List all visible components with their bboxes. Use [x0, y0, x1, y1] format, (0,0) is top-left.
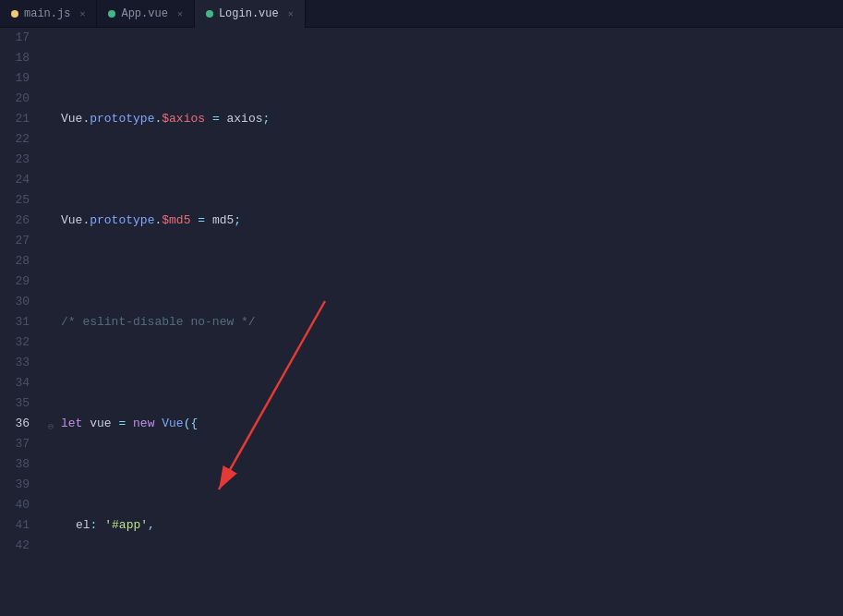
code-area: 17 18 19 20 21 22 23 24 25 26 27 28 29 3… [0, 28, 843, 616]
tab-main-js[interactable]: main.js ✕ [0, 0, 97, 28]
tab-dot-js [11, 10, 18, 18]
tab-label-login-vue: Login.vue [219, 7, 279, 20]
fold-icon-17[interactable] [48, 113, 61, 126]
tab-close-app-vue[interactable]: ✕ [177, 8, 183, 19]
tab-close-login-vue[interactable]: ✕ [288, 8, 294, 19]
code-line-18: Vue.prototype.$md5 = md5; [48, 211, 843, 231]
code-line-19: /* eslint-disable no-new */ [48, 312, 843, 332]
code-line-17: Vue.prototype.$axios = axios; [48, 109, 843, 129]
line-numbers: 17 18 19 20 21 22 23 24 25 26 27 28 29 3… [0, 28, 39, 616]
tab-label-app-vue: App.vue [121, 7, 167, 20]
tab-app-vue[interactable]: App.vue ✕ [97, 0, 194, 28]
tab-dot-login-vue [206, 10, 213, 18]
tab-login-vue[interactable]: Login.vue ✕ [195, 0, 306, 28]
tab-dot-app-vue [108, 10, 115, 18]
code-content[interactable]: Vue.prototype.$axios = axios; Vue.protot… [39, 28, 843, 616]
tab-label-main-js: main.js [24, 7, 70, 20]
code-line-21: el: '#app', [48, 515, 843, 536]
tab-bar: main.js ✕ App.vue ✕ Login.vue ✕ [0, 0, 843, 28]
tab-close-main-js[interactable]: ✕ [79, 8, 85, 19]
editor-container: main.js ✕ App.vue ✕ Login.vue ✕ 17 18 19… [0, 0, 843, 616]
code-line-20: ⊖ let vue = new Vue({ [48, 414, 843, 434]
